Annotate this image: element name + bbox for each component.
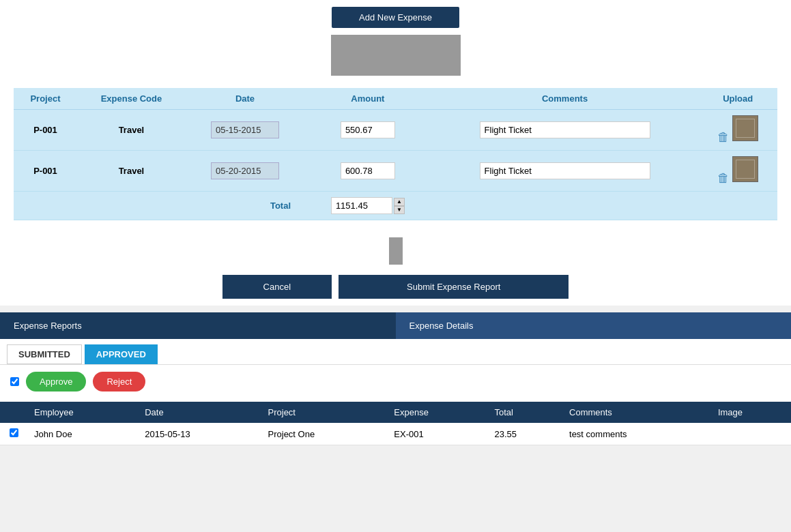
total-label: Total: [270, 201, 291, 211]
cell-date-0: 2015-05-13: [138, 423, 261, 445]
amount-input-1[interactable]: [341, 162, 395, 179]
tab-approved[interactable]: APPROVED: [85, 344, 158, 364]
cell-amount: [304, 110, 431, 151]
col-header-comments: Comments: [562, 402, 711, 423]
cell-upload: 🗑: [698, 151, 777, 192]
tabs-row: SUBMITTED APPROVED: [0, 339, 791, 365]
cell-employee-0: John Doe: [27, 423, 138, 445]
spinner-up[interactable]: ▲: [394, 198, 405, 206]
action-row: Cancel Submit Expense Report: [0, 268, 791, 306]
cell-image-0: [711, 423, 791, 445]
cell-comments-0: test comments: [562, 423, 711, 445]
total-input[interactable]: [331, 197, 392, 214]
col-header-project: Project: [261, 402, 388, 423]
row-checkbox-0[interactable]: [10, 428, 18, 437]
approval-row: John Doe 2015-05-13 Project One EX-001 2…: [0, 423, 791, 445]
image-preview: [331, 35, 461, 76]
tab-submitted[interactable]: SUBMITTED: [7, 344, 82, 364]
select-all-checkbox[interactable]: [10, 377, 19, 386]
add-expense-button[interactable]: Add New Expense: [332, 7, 459, 28]
col-header-expense-code: Expense Code: [77, 88, 186, 110]
cell-expense-code: Travel: [77, 110, 186, 151]
cell-expense-0: EX-001: [387, 423, 487, 445]
date-input-0[interactable]: [211, 121, 279, 138]
cell-project-0: Project One: [261, 423, 388, 445]
cell-amount: [304, 151, 431, 192]
approve-button[interactable]: Approve: [26, 372, 86, 391]
cell-comments: [431, 151, 699, 192]
date-input-1[interactable]: [211, 162, 279, 179]
reject-button[interactable]: Reject: [93, 372, 145, 391]
cancel-button[interactable]: Cancel: [222, 275, 332, 299]
col-header-upload: Upload: [698, 88, 777, 110]
expense-table: Project Expense Code Date Amount Comment…: [14, 88, 777, 220]
col-header-employee: Employee: [27, 402, 138, 423]
cell-project: P-001: [14, 110, 77, 151]
cell-expense-code: Travel: [77, 151, 186, 192]
col-header-image: Image: [711, 402, 791, 423]
col-header-expense: Expense: [387, 402, 487, 423]
col-header-date: Date: [138, 402, 261, 423]
section-header-left: Expense Reports: [0, 312, 396, 339]
cell-project: P-001: [14, 151, 77, 192]
bottom-section: Expense Reports Expense Details SUBMITTE…: [0, 312, 791, 445]
approval-actions: Approve Reject: [0, 365, 791, 398]
cell-date: [186, 110, 304, 151]
total-spinner[interactable]: ▲ ▼: [394, 198, 405, 214]
amount-input-0[interactable]: [341, 121, 395, 138]
submit-button[interactable]: Submit Expense Report: [339, 275, 569, 299]
col-header-amount: Amount: [304, 88, 431, 110]
col-header-total: Total: [487, 402, 562, 423]
approval-table: Employee Date Project Expense Total Comm…: [0, 402, 791, 445]
delete-button-0[interactable]: 🗑: [717, 130, 730, 145]
expense-row: P-001 Travel 🗑: [14, 110, 777, 151]
comment-input-0[interactable]: [480, 121, 650, 138]
receipt-thumb-0[interactable]: [732, 115, 758, 141]
cell-total-0: 23.55: [487, 423, 562, 445]
col-header-project: Project: [14, 88, 77, 110]
section-header-right: Expense Details: [396, 312, 792, 339]
cell-upload: 🗑: [698, 110, 777, 151]
cell-comments: [431, 110, 699, 151]
col-header-comments: Comments: [431, 88, 699, 110]
expense-row: P-001 Travel 🗑: [14, 151, 777, 192]
cell-date: [186, 151, 304, 192]
comment-input-1[interactable]: [480, 162, 650, 179]
receipt-thumb-1[interactable]: [732, 156, 758, 182]
col-header-select: [0, 402, 27, 423]
section-header: Expense Reports Expense Details: [0, 312, 791, 339]
delete-button-1[interactable]: 🗑: [717, 171, 730, 186]
section-handle: [389, 237, 403, 265]
spinner-down[interactable]: ▼: [394, 206, 405, 214]
col-header-date: Date: [186, 88, 304, 110]
